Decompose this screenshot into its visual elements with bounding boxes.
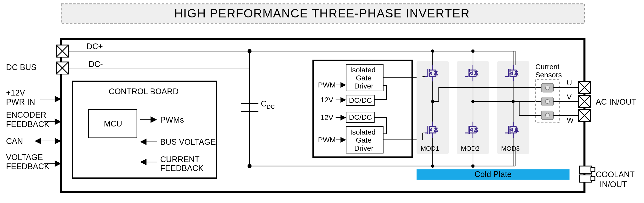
wire-dcminus-drop <box>69 68 250 166</box>
arrow-in-12v-bot <box>336 115 346 120</box>
coolant-label-line2: IN/OUT <box>600 180 627 189</box>
wire-dcdc-top-link <box>374 85 387 99</box>
encoder-label-line2: FEEDBACK <box>6 120 49 129</box>
svg-rect-88 <box>580 166 592 173</box>
terminal-ac-v <box>578 96 591 108</box>
svg-marker-28 <box>340 97 346 103</box>
page-title: HIGH PERFORMANCE THREE-PHASE INVERTER <box>174 7 470 20</box>
dcplus-label: DC+ <box>86 42 103 51</box>
svg-point-77 <box>545 113 549 117</box>
can-label: CAN <box>6 137 23 146</box>
mod1-label: MOD1 <box>421 145 439 152</box>
pwr12-label-line2: PWR IN <box>6 97 35 106</box>
pwm-top-label: PWM <box>318 81 336 89</box>
pwms-label: PWMs <box>160 115 184 124</box>
mcu-label: MCU <box>104 119 122 128</box>
svg-marker-26 <box>340 82 346 88</box>
phase-w-label: W <box>567 116 574 124</box>
svg-marker-20 <box>151 116 157 123</box>
svg-point-76 <box>545 99 549 104</box>
mod2-label: MOD2 <box>461 145 480 152</box>
iso-bot-line1: Isolated <box>350 128 376 136</box>
cs-title-line2: Sensors <box>535 71 562 79</box>
phase-u-label: U <box>567 79 572 87</box>
ifb-label-line2: FEEDBACK <box>160 164 204 173</box>
wire-dcdc-bot-link <box>374 118 387 134</box>
arrow-in-pwr12 <box>40 96 61 102</box>
coolant-label-line1: COOLANT <box>596 170 635 179</box>
v12-bot-label: 12V <box>320 113 333 122</box>
svg-marker-30 <box>340 115 346 120</box>
arrow-out-pwms <box>140 116 157 123</box>
pwm-bot-label: PWM <box>318 136 336 144</box>
svg-marker-24 <box>140 159 146 165</box>
ifb-label-line1: CURRENT <box>160 155 200 164</box>
control-board-label: CONTROL BOARD <box>109 87 179 96</box>
inverter-diagram: HIGH PERFORMANCE THREE-PHASE INVERTER DC… <box>0 0 644 203</box>
dcminus-label: DC- <box>89 60 103 69</box>
svg-rect-90 <box>580 175 592 182</box>
cold-plate-label: Cold Plate <box>474 170 512 179</box>
vfb-label-line2: FEEDBACK <box>6 162 49 171</box>
iso-bot-line3: Driver <box>354 144 373 152</box>
cs-title-line1: Current <box>535 63 560 71</box>
terminal-ac-w <box>578 110 591 122</box>
coolant-port-bottom <box>580 175 595 182</box>
dcdc-bot-label: DC/DC <box>349 113 372 121</box>
dcbus-label: DC BUS <box>6 63 36 72</box>
arrow-in-pwm-top <box>336 82 346 88</box>
cdc-label: CDC <box>261 99 275 110</box>
busv-label: BUS VOLTAGE <box>160 137 216 147</box>
v12-top-label: 12V <box>320 96 333 104</box>
ac-label: AC IN/OUT <box>596 97 636 106</box>
svg-point-75 <box>545 86 549 90</box>
terminal-dc-minus <box>56 62 69 74</box>
arrow-in-pwm-bot <box>336 137 346 143</box>
mod3-label: MOD3 <box>501 145 520 152</box>
pwr12-label-line1: +12V <box>6 88 25 97</box>
arrow-bidir-can <box>35 138 61 144</box>
svg-rect-89 <box>591 168 595 172</box>
dcdc-top-label: DC/DC <box>349 96 372 104</box>
arrow-in-12v-top <box>336 97 346 103</box>
svg-marker-6 <box>35 138 41 144</box>
svg-rect-91 <box>591 176 595 181</box>
svg-marker-22 <box>140 139 146 145</box>
phase-v-label: V <box>567 93 572 101</box>
encoder-label-line1: ENCODER <box>6 110 46 119</box>
arrow-in-busv <box>140 139 157 145</box>
terminal-dc-plus <box>56 45 69 57</box>
iso-top-line3: Driver <box>354 82 373 90</box>
vfb-label-line1: VOLTAGE <box>6 153 43 162</box>
iso-bot-line2: Gate <box>356 136 371 144</box>
coolant-port-top <box>580 166 595 173</box>
arrow-in-ifb <box>140 159 157 165</box>
terminal-ac-u <box>578 81 591 94</box>
iso-top-line2: Gate <box>356 74 371 82</box>
svg-marker-32 <box>340 137 346 143</box>
iso-top-line1: Isolated <box>350 66 376 74</box>
